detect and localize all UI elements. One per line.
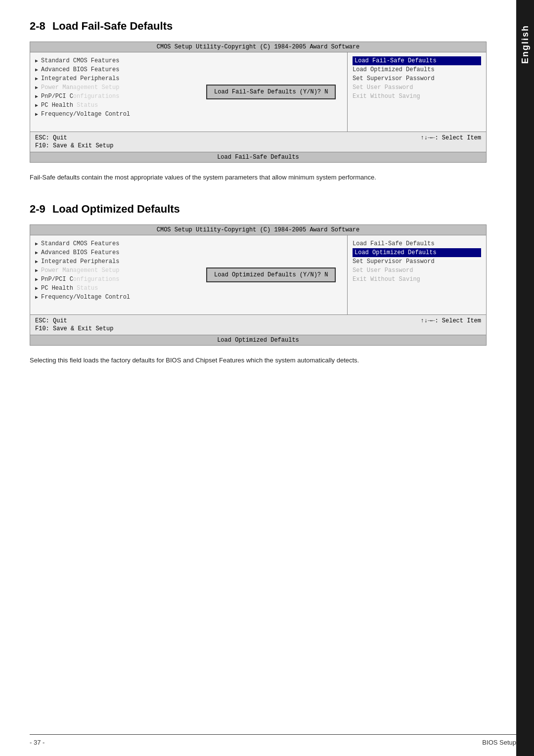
page-footer: - 37 - BIOS Setup (30, 734, 516, 746)
bios-screenshot-optimized: CMOS Setup Utility-Copyright (C) 1984-20… (30, 224, 487, 346)
list-item: ▶Frequency/Voltage Control (35, 293, 342, 302)
bios-right-item: Load Fail-Safe Defaults (353, 56, 481, 65)
bios-right-menu-2: Load Fail-Safe Defaults Load Optimized D… (348, 235, 486, 314)
bios-right-item: Exit Without Saving (353, 275, 481, 284)
bios-status-bar-1: Load Fail-Safe Defaults (30, 152, 486, 162)
bios-f10-label: F10: Save & Exit Setup (35, 142, 113, 149)
bios-right-item: Set User Password (353, 266, 481, 275)
list-item: ▶PC Health Status (35, 101, 342, 110)
bios-footer-1: ESC: Quit ↑↓→←: Select Item F10: Save & … (30, 132, 486, 152)
sidebar-tab: English (516, 0, 534, 756)
bios-arrows-label: ↑↓→←: Select Item (421, 317, 481, 324)
list-item: ▶Advanced BIOS Features (35, 65, 342, 74)
bios-right-item: Set User Password (353, 83, 481, 92)
bios-status-bar-2: Load Optimized Defaults (30, 335, 486, 345)
list-item: ▶Integrated Peripherals (35, 74, 342, 83)
main-content: 2-8 Load Fail-Safe Defaults CMOS Setup U… (0, 0, 516, 756)
bios-footer-2: ESC: Quit ↑↓→←: Select Item F10: Save & … (30, 314, 486, 335)
list-item: ▶Frequency/Voltage Control (35, 110, 342, 119)
bios-dialog-1: Load Fail-Safe Defaults (Y/N)? N (206, 85, 336, 99)
bios-header-1: CMOS Setup Utility-Copyright (C) 1984-20… (30, 42, 486, 52)
bios-right-item: Set Supervisor Password (353, 74, 481, 83)
bios-right-item: Load Optimized Defaults (353, 248, 481, 257)
section-load-optimized: 2-9 Load Optimized Defaults CMOS Setup U… (30, 203, 487, 366)
bios-right-item: Exit Without Saving (353, 92, 481, 101)
list-item: ▶Advanced BIOS Features (35, 248, 342, 257)
bios-right-item: Set Supervisor Password (353, 257, 481, 266)
list-item: ▶Integrated Peripherals (35, 257, 342, 266)
footer-label: BIOS Setup (482, 739, 516, 746)
bios-screenshot-failsafe: CMOS Setup Utility-Copyright (C) 1984-20… (30, 42, 487, 163)
section-load-failsafe: 2-8 Load Fail-Safe Defaults CMOS Setup U… (30, 20, 487, 183)
bios-dialog-2: Load Optimized Defaults (Y/N)? N (206, 267, 336, 282)
bios-f10-label: F10: Save & Exit Setup (35, 325, 113, 332)
bios-right-menu-1: Load Fail-Safe Defaults Load Optimized D… (348, 52, 486, 132)
list-item: ▶Standard CMOS Features (35, 56, 342, 65)
section-description-failsafe: Fail-Safe defaults contain the most appr… (30, 173, 487, 183)
bios-footer-row: ESC: Quit ↑↓→←: Select Item (35, 317, 481, 325)
list-item: ▶Standard CMOS Features (35, 239, 342, 248)
bios-right-item: Load Optimized Defaults (353, 65, 481, 74)
bios-esc-label: ESC: Quit (35, 317, 67, 324)
bios-footer-row: F10: Save & Exit Setup (35, 325, 481, 333)
bios-header-2: CMOS Setup Utility-Copyright (C) 1984-20… (30, 225, 486, 235)
page-wrapper: English 2-8 Load Fail-Safe Defaults CMOS… (0, 0, 534, 756)
bios-arrows-label: ↑↓→←: Select Item (421, 134, 481, 141)
list-item: ▶PC Health Status (35, 284, 342, 293)
section-description-optimized: Selecting this field loads the factory d… (30, 356, 487, 366)
section-title-failsafe: 2-8 Load Fail-Safe Defaults (30, 20, 487, 33)
bios-right-item: Load Fail-Safe Defaults (353, 239, 481, 248)
bios-footer-row: ESC: Quit ↑↓→←: Select Item (35, 134, 481, 142)
bios-body-2: ▶Standard CMOS Features ▶Advanced BIOS F… (30, 235, 486, 314)
bios-footer-row: F10: Save & Exit Setup (35, 142, 481, 150)
bios-esc-label: ESC: Quit (35, 134, 67, 141)
section-title-optimized: 2-9 Load Optimized Defaults (30, 203, 487, 216)
sidebar-label: English (520, 25, 531, 64)
page-number: - 37 - (30, 739, 44, 746)
bios-body-1: ▶Standard CMOS Features ▶Advanced BIOS F… (30, 52, 486, 132)
